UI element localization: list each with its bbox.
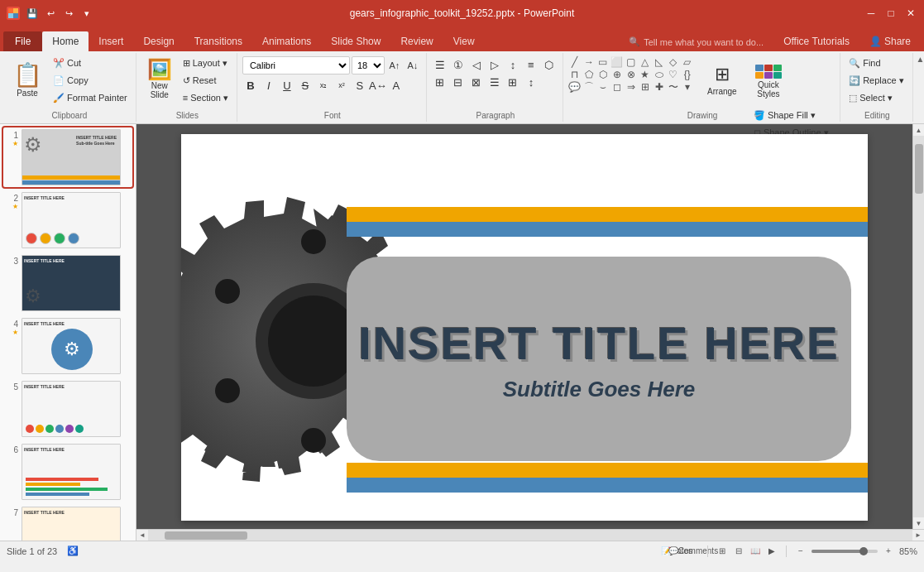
reset-button[interactable]: ↺ Reset — [180, 72, 232, 89]
minimize-button[interactable]: ─ — [864, 7, 878, 20]
increase-indent-button[interactable]: ▷ — [486, 56, 503, 73]
undo-button[interactable]: ↩ — [43, 6, 58, 21]
cut-button[interactable]: ✂️ Cut — [50, 55, 131, 71]
line-spacing-button[interactable]: ↕ — [523, 74, 539, 90]
hexagon-shape[interactable]: ⬡ — [596, 69, 610, 80]
select-button[interactable]: ⬚ Select ▾ — [845, 89, 907, 106]
tab-review[interactable]: Review — [390, 31, 443, 51]
slide-sorter-button[interactable]: ⊟ — [731, 544, 746, 559]
subscript-button[interactable]: x₂ — [315, 77, 332, 94]
slide-canvas[interactable]: INSERT TITLE HERE Subtitle Goes Here — [181, 134, 868, 521]
round-rect-shape[interactable]: ▢ — [625, 56, 638, 68]
slide-thumb-3[interactable]: 3 INSERT TITLE HERE ⚙ — [3, 253, 132, 313]
slide-thumb-5[interactable]: 5 INSERT TITLE HERE — [3, 379, 132, 439]
increase-font-button[interactable]: A↑ — [386, 57, 403, 74]
tab-slideshow[interactable]: Slide Show — [321, 31, 390, 51]
diamond-shape[interactable]: ◇ — [667, 56, 680, 68]
zoom-in-button[interactable]: + — [881, 544, 896, 559]
star-shape[interactable]: ★ — [639, 69, 652, 80]
search-box[interactable]: 🔍Tell me what you want to do... — [619, 32, 773, 51]
zoom-thumb[interactable] — [859, 547, 868, 555]
parallelogram-shape[interactable]: ▱ — [681, 56, 694, 68]
scroll-left-button[interactable]: ◄ — [136, 530, 148, 541]
reading-view-button[interactable]: 📖 — [748, 544, 763, 559]
rect-shape[interactable]: ▭ — [596, 56, 610, 68]
slide-subtitle[interactable]: Subtitle Goes Here — [503, 377, 696, 402]
share-button[interactable]: 👤Share — [859, 31, 921, 51]
strikethrough-button[interactable]: S — [297, 77, 314, 94]
format-painter-button[interactable]: 🖌️ Format Painter — [50, 89, 131, 106]
save-button[interactable]: 💾 — [25, 6, 40, 21]
triangle-shape[interactable]: △ — [639, 56, 652, 68]
slide-thumb-4[interactable]: 4 ★ INSERT TITLE HERE ⚙ — [3, 316, 132, 376]
heptagon-shape[interactable]: ⊕ — [610, 69, 624, 80]
redo-button[interactable]: ↪ — [61, 6, 76, 21]
comments-button[interactable]: 💬 Comments — [686, 544, 701, 559]
slideshow-view-button[interactable]: ▶ — [764, 544, 779, 559]
arrange-button[interactable]: ⊞ Arrange — [701, 55, 743, 104]
slide-thumb-6[interactable]: 6 INSERT TITLE HERE — [3, 442, 132, 502]
arc-shape[interactable]: ⌣ — [596, 81, 610, 93]
bullets-button[interactable]: ☰ — [432, 56, 448, 73]
trapezoid-shape[interactable]: ⊓ — [568, 69, 582, 80]
find-button[interactable]: 🔍 Find — [845, 55, 907, 71]
cross-shape[interactable]: ✚ — [653, 81, 666, 93]
flow-shape[interactable]: ◻ — [610, 81, 624, 93]
slide-thumb-7[interactable]: 7 INSERT TITLE HERE — [3, 505, 132, 541]
cols-button[interactable]: ⊞ — [505, 74, 521, 90]
superscript-button[interactable]: x² — [333, 77, 350, 94]
tab-insert[interactable]: Insert — [89, 31, 133, 51]
maximize-button[interactable]: □ — [884, 7, 898, 20]
quick-styles-button[interactable]: Quick Styles — [750, 56, 787, 106]
rect2-shape[interactable]: ⬜ — [610, 56, 624, 68]
oval-shape[interactable]: ⬭ — [653, 69, 666, 80]
tab-design[interactable]: Design — [133, 31, 184, 51]
font-color-button[interactable]: A — [388, 77, 405, 94]
callout-shape[interactable]: 💬 — [568, 81, 582, 93]
slide-thumb-1[interactable]: 1 ★ ⚙ INSERT TITLE HERESub-title Goes He… — [3, 127, 132, 187]
pentagon-shape[interactable]: ⬠ — [582, 69, 596, 80]
numbering-button[interactable]: ① — [450, 56, 467, 73]
copy-button[interactable]: 📄 Copy — [50, 72, 131, 89]
tab-transitions[interactable]: Transitions — [184, 31, 252, 51]
text-direction-button[interactable]: ↕ — [505, 56, 521, 73]
text-shadow-button[interactable]: S — [352, 77, 368, 94]
slide-pill[interactable]: INSERT TITLE HERE Subtitle Goes Here — [347, 257, 851, 461]
block-arrow[interactable]: ⇒ — [625, 81, 638, 93]
character-spacing-button[interactable]: A↔ — [370, 77, 386, 94]
justify-button[interactable]: ☰ — [486, 74, 503, 90]
ribbon-collapse-button[interactable]: ▲ — [917, 55, 924, 64]
brace-shape[interactable]: ⌒ — [582, 81, 596, 93]
italic-button[interactable]: I — [261, 77, 277, 94]
octagon-shape[interactable]: ⊗ — [625, 69, 638, 80]
normal-view-button[interactable]: ⊞ — [715, 544, 730, 559]
more-shapes-btn[interactable]: ▾ — [681, 81, 694, 93]
line-shape[interactable]: ╱ — [568, 56, 582, 68]
align-right-button[interactable]: ⊠ — [468, 74, 485, 90]
align-left-button[interactable]: ⊞ — [432, 74, 448, 90]
slide-title[interactable]: INSERT TITLE HERE — [358, 316, 840, 370]
zoom-out-button[interactable]: − — [793, 544, 808, 559]
font-size-select[interactable]: 18 — [352, 56, 385, 75]
customize-quick-access-button[interactable]: ▾ — [79, 6, 94, 21]
tab-file[interactable]: File — [3, 31, 42, 51]
close-button[interactable]: ✕ — [904, 7, 917, 20]
slide-thumb-2[interactable]: 2 ★ INSERT TITLE HERE — [3, 190, 132, 250]
new-slide-button[interactable]: 🖼️ New Slide — [141, 55, 178, 104]
tab-view[interactable]: View — [443, 31, 485, 51]
slide-scroll-inner[interactable]: INSERT TITLE HERE Subtitle Goes Here — [136, 124, 912, 529]
align-center-button[interactable]: ⊟ — [450, 74, 467, 90]
bracket-shape[interactable]: {} — [681, 69, 694, 80]
tab-office-tutorials[interactable]: Office Tutorials — [773, 31, 859, 51]
align-text-button[interactable]: ≡ — [523, 56, 539, 73]
zoom-slider[interactable] — [811, 550, 878, 553]
tab-animations[interactable]: Animations — [252, 31, 321, 51]
tab-home[interactable]: Home — [42, 31, 89, 51]
scroll-thumb-h[interactable] — [165, 531, 247, 540]
smartart-button[interactable]: ⬡ — [541, 56, 558, 73]
arrow-shape[interactable]: → — [582, 56, 596, 68]
scroll-up-button[interactable]: ▲ — [913, 124, 924, 136]
scroll-thumb-v[interactable] — [915, 144, 923, 194]
decrease-indent-button[interactable]: ◁ — [468, 56, 485, 73]
paste-button[interactable]: 📋 Paste — [7, 55, 48, 104]
